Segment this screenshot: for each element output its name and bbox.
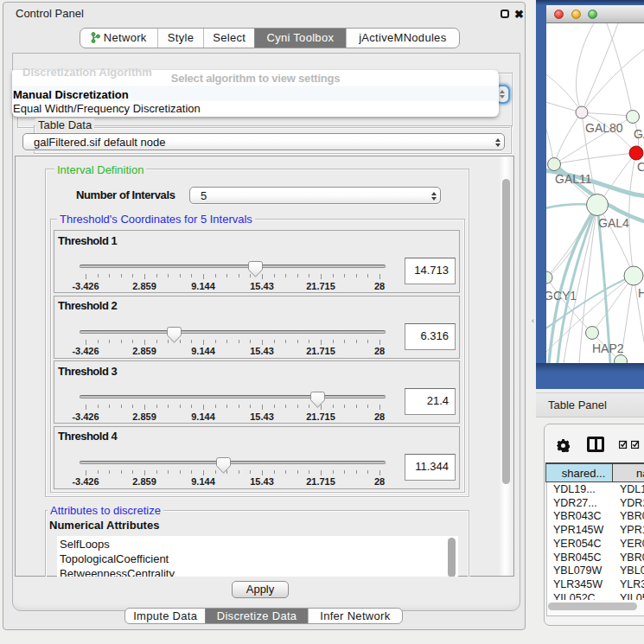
svg-text:HAP2: HAP2 [592, 341, 624, 355]
svg-text:GA: GA [634, 127, 644, 141]
svg-text:GCY1: GCY1 [546, 289, 577, 303]
svg-text:C: C [637, 160, 644, 174]
svg-text:GAL11: GAL11 [555, 172, 592, 186]
svg-text:H: H [638, 286, 644, 300]
svg-text:GAL80: GAL80 [585, 121, 623, 135]
svg-text:GAL4: GAL4 [598, 216, 629, 230]
